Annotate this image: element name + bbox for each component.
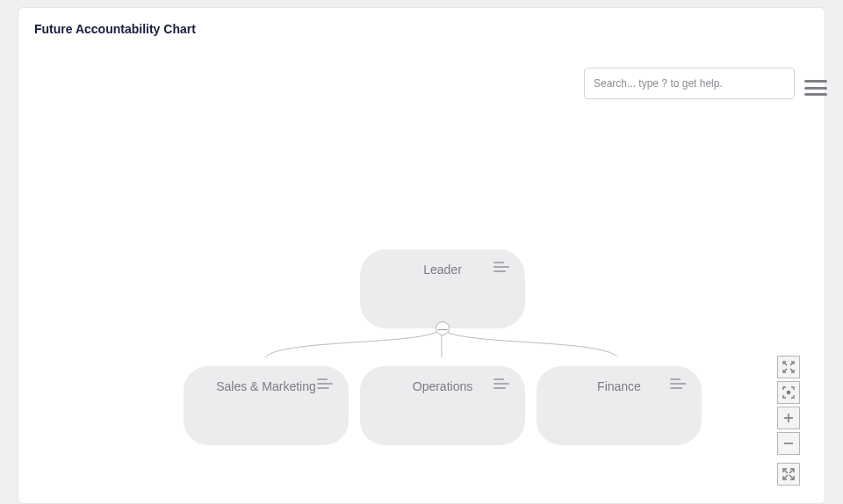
svg-line-1: [790, 363, 793, 365]
node-label: Finance: [597, 379, 641, 393]
node-menu-icon[interactable]: [494, 262, 509, 272]
node-operations[interactable]: Operations: [360, 366, 525, 445]
svg-line-3: [784, 369, 787, 371]
node-label: Leader: [423, 263, 462, 277]
node-menu-icon[interactable]: [494, 378, 509, 389]
node-finance[interactable]: Finance: [537, 366, 702, 445]
node-leader[interactable]: Leader: [360, 249, 525, 328]
zoom-out-icon[interactable]: [777, 432, 800, 455]
org-chart-canvas[interactable]: Leader — Sales & Marketing Operations Fi…: [18, 104, 825, 503]
zoom-fit-icon[interactable]: [777, 356, 800, 378]
node-label: Operations: [413, 379, 472, 393]
svg-line-9: [789, 469, 794, 473]
svg-line-11: [783, 475, 788, 479]
node-sales-marketing[interactable]: Sales & Marketing: [184, 366, 349, 445]
zoom-controls: [777, 356, 800, 486]
fullscreen-icon[interactable]: [777, 463, 800, 486]
svg-line-8: [783, 469, 788, 473]
svg-line-2: [790, 369, 793, 371]
svg-line-0: [784, 363, 787, 365]
svg-line-10: [789, 475, 794, 479]
collapse-handle-icon[interactable]: —: [436, 321, 450, 335]
search-input[interactable]: [584, 68, 795, 99]
page-title: Future Accountability Chart: [34, 22, 196, 36]
node-menu-icon[interactable]: [317, 378, 333, 389]
zoom-center-icon[interactable]: [777, 381, 800, 404]
node-label: Sales & Marketing: [216, 379, 316, 393]
zoom-in-icon[interactable]: [777, 407, 800, 429]
node-menu-icon[interactable]: [670, 378, 686, 389]
chart-panel: Future Accountability Chart Leader — Sal…: [18, 7, 825, 504]
menu-icon[interactable]: [804, 80, 827, 96]
svg-point-4: [787, 391, 791, 395]
